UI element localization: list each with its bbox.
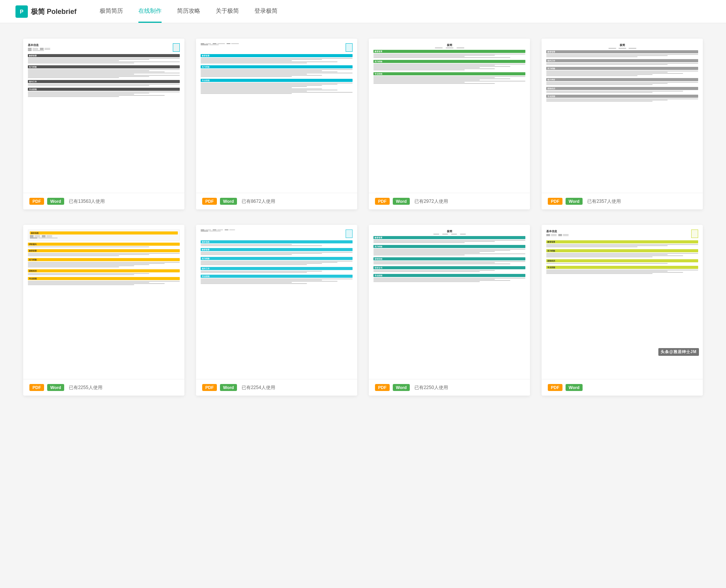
template-footer-6: PDF Word 已有2254人使用: [196, 379, 357, 396]
template-card-4[interactable]: 极简 教育背景 校内工作: [542, 39, 703, 209]
pdf-badge-6[interactable]: PDF: [202, 384, 217, 391]
word-badge-5[interactable]: Word: [47, 384, 64, 391]
nav-item-aboutjijian[interactable]: 关于极简: [216, 0, 239, 23]
main-nav: 极简简历 在线制作 简历攻略 关于极简 登录极简: [100, 0, 278, 23]
template-grid-row1: 基本信息: [23, 39, 703, 209]
pdf-badge-5[interactable]: PDF: [29, 384, 44, 391]
template-preview-5: 基本信息 求职意向: [23, 225, 184, 379]
template-footer-7: PDF Word 已有2250人使用: [369, 379, 530, 396]
word-badge-1[interactable]: Word: [47, 198, 64, 205]
usage-count-5: 已有2255人使用: [69, 384, 102, 391]
template-footer-4: PDF Word 已有2357人使用: [542, 193, 703, 209]
nav-item-jijianjianyue[interactable]: 极简简历: [100, 0, 123, 23]
nav-item-onlinemaking[interactable]: 在线制作: [138, 0, 162, 23]
usage-count-4: 已有2357人使用: [587, 198, 621, 205]
main-content: 基本信息: [0, 23, 726, 588]
template-card-2[interactable]: 教育背景 实习经验: [196, 39, 357, 209]
nav-item-login[interactable]: 登录极简: [254, 0, 278, 23]
template-footer-3: PDF Word 已有2972人使用: [369, 193, 530, 209]
logo-icon: P: [15, 5, 28, 18]
usage-count-1: 已有13563人使用: [69, 198, 105, 205]
template-card-6[interactable]: 基本信息 教育背景 实习经验: [196, 225, 357, 396]
template-card-7[interactable]: 极简 教育背景: [369, 225, 530, 396]
usage-count-3: 已有2972人使用: [414, 198, 448, 205]
logo-text: 极简 Polebrief: [31, 7, 77, 16]
pdf-badge-8[interactable]: PDF: [548, 384, 562, 391]
pdf-badge-2[interactable]: PDF: [202, 198, 217, 205]
watermark: 头条@雅居绅士JM: [658, 348, 699, 356]
template-card-5[interactable]: 基本信息 求职意向: [23, 225, 184, 396]
template-footer-5: PDF Word 已有2255人使用: [23, 379, 184, 396]
word-badge-6[interactable]: Word: [220, 384, 237, 391]
usage-count-2: 已有8672人使用: [242, 198, 275, 205]
logo[interactable]: P 极简 Polebrief: [15, 5, 77, 18]
pdf-badge-1[interactable]: PDF: [29, 198, 44, 205]
pdf-badge-3[interactable]: PDF: [375, 198, 390, 205]
template-grid-row2: 基本信息 求职意向: [23, 225, 703, 396]
template-card-1[interactable]: 基本信息: [23, 39, 184, 209]
nav-item-jianlugonglue[interactable]: 简历攻略: [177, 0, 200, 23]
template-preview-3: 极简 教育背景 实: [369, 39, 530, 193]
word-badge-8[interactable]: Word: [566, 384, 583, 391]
pdf-badge-7[interactable]: PDF: [375, 384, 390, 391]
template-footer-1: PDF Word 已有13563人使用: [23, 193, 184, 209]
word-badge-4[interactable]: Word: [566, 198, 583, 205]
template-card-8[interactable]: 基本信息 教育背景: [542, 225, 703, 396]
template-preview-8: 基本信息 教育背景: [542, 225, 703, 379]
usage-count-7: 已有2250人使用: [414, 384, 448, 391]
header: P 极简 Polebrief 极简简历 在线制作 简历攻略 关于极简 登录极简: [0, 0, 726, 23]
template-preview-7: 极简 教育背景: [369, 225, 530, 379]
template-preview-6: 基本信息 教育背景 实习经验: [196, 225, 357, 379]
pdf-badge-4[interactable]: PDF: [548, 198, 562, 205]
word-badge-3[interactable]: Word: [393, 198, 410, 205]
template-footer-8: PDF Word: [542, 379, 703, 396]
template-preview-1: 基本信息: [23, 39, 184, 193]
word-badge-7[interactable]: Word: [393, 384, 410, 391]
template-footer-2: PDF Word 已有8672人使用: [196, 193, 357, 209]
template-preview-4: 极简 教育背景 校内工作: [542, 39, 703, 193]
usage-count-6: 已有2254人使用: [242, 384, 275, 391]
template-preview-2: 教育背景 实习经验: [196, 39, 357, 193]
template-card-3[interactable]: 极简 教育背景 实: [369, 39, 530, 209]
word-badge-2[interactable]: Word: [220, 198, 237, 205]
